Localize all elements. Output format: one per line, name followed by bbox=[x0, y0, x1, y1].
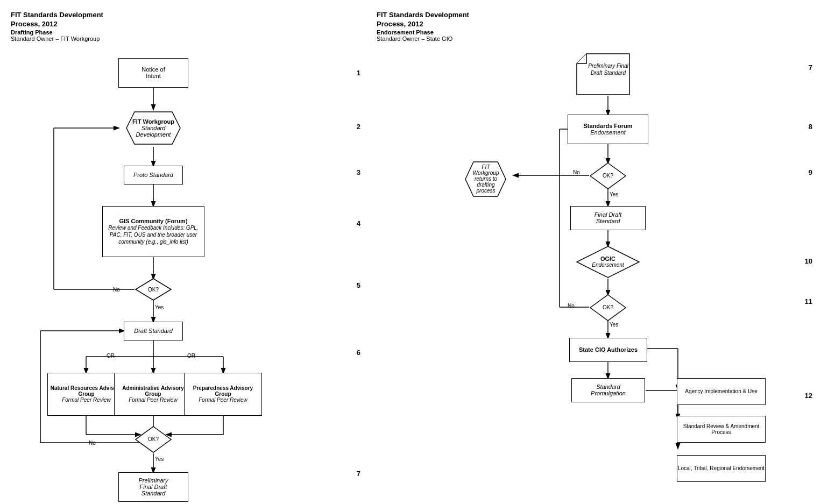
sf-sub: Endorsement bbox=[583, 129, 632, 136]
local-tribal-label: Local, Tribal, Regional Endorsement bbox=[678, 465, 765, 471]
ok1-label: OK? bbox=[148, 287, 159, 293]
right-flow-area: 7 8 9 10 11 12 Preliminary Final Draft S… bbox=[377, 47, 818, 504]
ok-diamond-2: OK? bbox=[135, 425, 172, 453]
step-3: 3 bbox=[357, 168, 360, 176]
fit-wg-sub: Standard Development bbox=[126, 125, 180, 138]
agency-impl: Agency Implementation & Use bbox=[677, 378, 766, 405]
no1-label: No bbox=[113, 287, 120, 293]
natural-label: Natural Resources Advisory Group bbox=[49, 385, 123, 397]
fit-workgroup-hex: FIT Workgroup Standard Development bbox=[116, 109, 191, 147]
prelim-right-label: Preliminary Final Draft Standard bbox=[585, 62, 631, 76]
left-flow-area: 1 2 3 4 5 6 7 Notice of Intent FIT Workg… bbox=[11, 47, 366, 504]
ogic-diamond: OGIC Endorsement bbox=[576, 245, 640, 279]
sf-label: Standards Forum bbox=[583, 123, 632, 129]
rok1-label: OK? bbox=[603, 173, 613, 179]
prep-label: Preparedness Advisory Group bbox=[186, 385, 260, 397]
yes2-label: Yes bbox=[155, 456, 164, 462]
admin-sub: Formal Peer Review bbox=[116, 397, 190, 403]
right-title: FIT Standards Development Process, 2012 … bbox=[377, 11, 821, 42]
ryes1-label: Yes bbox=[610, 191, 618, 197]
right-panel-owner: Standard Owner – State GIO bbox=[377, 36, 821, 42]
right-panel-title: FIT Standards Development Process, 2012 bbox=[377, 11, 821, 29]
fit-wg-returns-hex: FIT Workgroup returns to drafting proces… bbox=[455, 158, 516, 201]
state-cio: State CIO Authorizes bbox=[569, 338, 647, 362]
left-panel-phase: Drafting Phase bbox=[11, 29, 377, 36]
final-draft-label: Final Draft Standard bbox=[594, 211, 622, 224]
prelim-label: Preliminary Final Draft Standard bbox=[138, 477, 168, 496]
ryes2-label: Yes bbox=[610, 322, 618, 328]
standards-forum: Standards Forum Endorsement bbox=[568, 115, 648, 144]
left-panel: FIT Standards Development Process, 2012 … bbox=[11, 11, 377, 504]
gis-community: GIS Community (Forum) Review and Feedbac… bbox=[102, 206, 204, 257]
step-8: 8 bbox=[809, 123, 812, 131]
step-10: 10 bbox=[805, 257, 812, 265]
right-panel-phase: Endorsement Phase bbox=[377, 29, 821, 36]
ok-r-diamond-1: OK? bbox=[589, 162, 627, 190]
step-1: 1 bbox=[357, 69, 360, 77]
std-review-label: Standard Review & Amendment Process bbox=[677, 423, 765, 435]
rno1-label: No bbox=[573, 169, 580, 175]
ogic-sub: Endorsement bbox=[592, 262, 624, 268]
step-6: 6 bbox=[357, 349, 360, 357]
step-12: 12 bbox=[805, 392, 812, 400]
step-2: 2 bbox=[357, 123, 360, 131]
step-11: 11 bbox=[805, 297, 812, 306]
no2-label: No bbox=[89, 440, 96, 446]
ok-r-diamond-2: OK? bbox=[589, 294, 627, 322]
draft-standard: Draft Standard bbox=[124, 322, 183, 340]
prelim-final-draft-left: Preliminary Final Draft Standard bbox=[118, 472, 188, 502]
proto-standard: Proto Standard bbox=[124, 166, 183, 184]
right-panel: FIT Standards Development Process, 2012 … bbox=[377, 11, 821, 504]
std-prom-label: Standard Promulgation bbox=[591, 384, 626, 396]
proto-label: Proto Standard bbox=[133, 172, 173, 178]
final-draft-std: Final Draft Standard bbox=[570, 206, 646, 230]
left-title: FIT Standards Development Process, 2012 … bbox=[11, 11, 377, 42]
step-9: 9 bbox=[809, 168, 812, 176]
or2-label: OR bbox=[187, 353, 195, 359]
rno2-label: No bbox=[568, 303, 575, 309]
agency-impl-label: Agency Implementation & Use bbox=[685, 388, 758, 394]
fit-returns-label: FIT Workgroup returns to drafting proces… bbox=[473, 164, 499, 194]
left-panel-title: FIT Standards Development Process, 2012 bbox=[11, 11, 377, 29]
gis-sub: Review and Feedback Includes: GPL, PAC, … bbox=[105, 224, 202, 245]
step-4: 4 bbox=[357, 219, 360, 228]
or1-label: OR bbox=[107, 353, 115, 359]
natural-sub: Formal Peer Review bbox=[49, 397, 123, 403]
ok2-label: OK? bbox=[148, 436, 159, 442]
yes1-label: Yes bbox=[155, 304, 164, 310]
admin-group: Administrative Advisory Group Formal Pee… bbox=[114, 373, 192, 416]
step-5: 5 bbox=[357, 281, 360, 289]
fit-wg-label: FIT Workgroup bbox=[126, 118, 180, 125]
ogic-label: OGIC bbox=[592, 255, 624, 262]
ok-diamond-1: OK? bbox=[135, 278, 172, 302]
std-promulgation: Standard Promulgation bbox=[571, 378, 645, 402]
notice-of-intent: Notice of Intent bbox=[118, 58, 188, 88]
std-review: Standard Review & Amendment Process bbox=[677, 416, 766, 443]
notice-label: Notice of Intent bbox=[141, 66, 165, 79]
step-7-right: 7 bbox=[809, 63, 812, 72]
draft-label: Draft Standard bbox=[134, 328, 173, 334]
left-panel-owner: Standard Owner – FIT Workgroup bbox=[11, 36, 377, 42]
admin-label: Administrative Advisory Group bbox=[116, 385, 190, 397]
page: FIT Standards Development Process, 2012 … bbox=[0, 0, 821, 504]
prep-group: Preparedness Advisory Group Formal Peer … bbox=[184, 373, 262, 416]
step-7-left: 7 bbox=[357, 470, 360, 478]
state-cio-label: State CIO Authorizes bbox=[579, 346, 638, 353]
local-tribal: Local, Tribal, Regional Endorsement bbox=[677, 455, 766, 482]
prelim-final-draft-right: Preliminary Final Draft Standard bbox=[576, 53, 640, 96]
prep-sub: Formal Peer Review bbox=[186, 397, 260, 403]
gis-label: GIS Community (Forum) bbox=[105, 218, 202, 224]
rok2-label: OK? bbox=[603, 304, 613, 310]
